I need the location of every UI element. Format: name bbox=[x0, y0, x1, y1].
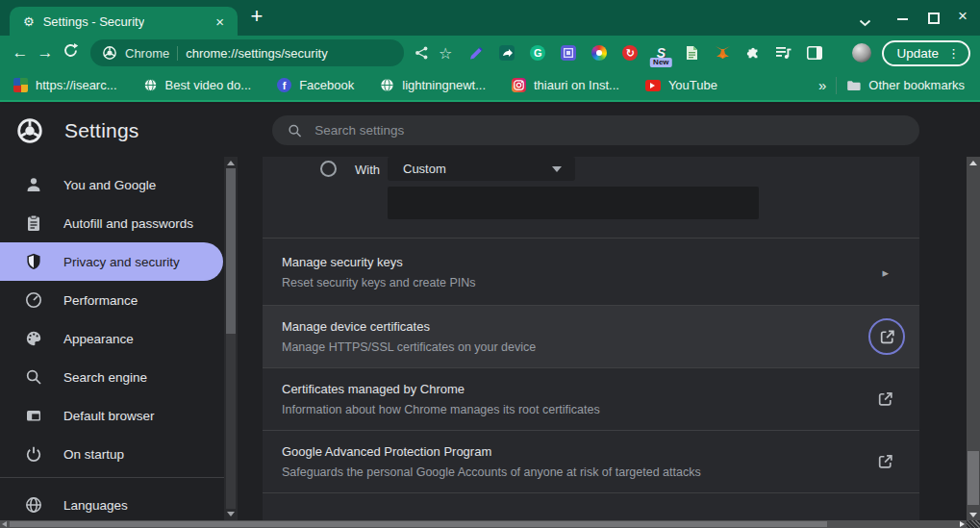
tab-title: Settings - Security bbox=[43, 14, 145, 29]
settings-content: With Custom Manage security keys Reset s… bbox=[238, 157, 967, 520]
scroll-left-arrow-icon[interactable] bbox=[2, 521, 7, 527]
custom-value-input[interactable] bbox=[388, 187, 759, 219]
scroll-down-arrow-icon[interactable] bbox=[969, 513, 977, 517]
bookmark-item[interactable]: f Facebook bbox=[277, 78, 354, 92]
power-icon bbox=[24, 444, 43, 464]
bookmark-star-icon[interactable]: ☆ bbox=[439, 44, 452, 63]
document-extension-icon[interactable] bbox=[683, 44, 700, 62]
sidebar-item-performance[interactable]: Performance bbox=[0, 281, 224, 319]
page-title: Settings bbox=[64, 119, 138, 142]
sidebar-scrollbar[interactable] bbox=[224, 157, 238, 520]
sidebar-item-search-engine[interactable]: Search engine bbox=[0, 358, 224, 396]
pen-tool-extension-icon[interactable] bbox=[467, 44, 485, 62]
photo-frame-extension-icon[interactable] bbox=[560, 44, 577, 62]
horizontal-scrollbar-thumb[interactable] bbox=[10, 521, 827, 527]
new-badge: New bbox=[650, 58, 671, 67]
video-save-extension-icon[interactable] bbox=[498, 44, 515, 62]
palette-icon bbox=[24, 329, 43, 348]
external-link-icon[interactable] bbox=[876, 390, 894, 409]
bookmarks-overflow-chevron[interactable]: » bbox=[818, 77, 826, 93]
url-divider bbox=[177, 46, 178, 61]
settings-header: Settings bbox=[0, 104, 980, 157]
side-panel-icon[interactable] bbox=[806, 44, 823, 62]
scroll-up-arrow-icon[interactable] bbox=[227, 161, 235, 165]
back-button[interactable]: ← bbox=[8, 43, 33, 63]
custom-dropdown[interactable]: Custom bbox=[388, 157, 575, 181]
chrome-logo-icon bbox=[102, 45, 117, 61]
magnifier-icon bbox=[24, 367, 43, 387]
external-link-icon[interactable] bbox=[878, 328, 896, 346]
chevron-right-icon: ▸ bbox=[882, 264, 889, 279]
reload-button[interactable] bbox=[58, 42, 83, 63]
s-logo-extension-icon[interactable]: S New bbox=[652, 44, 669, 62]
folder-icon bbox=[846, 78, 861, 92]
sidebar-item-languages[interactable]: Languages bbox=[0, 486, 224, 520]
sidebar-item-appearance[interactable]: Appearance bbox=[0, 319, 224, 358]
safe-browsing-custom-section: With Custom bbox=[263, 157, 919, 239]
sidebar-scrollbar-thumb[interactable] bbox=[226, 168, 236, 334]
tab-search-chevron-icon[interactable] bbox=[859, 13, 871, 31]
settings-body: You and Google Autofill and passwords Pr… bbox=[0, 157, 980, 528]
browser-menu-kebab-icon[interactable]: ⋮ bbox=[947, 46, 960, 61]
dropdown-arrow-icon bbox=[552, 166, 562, 172]
forward-button[interactable]: → bbox=[33, 43, 58, 63]
page-vertical-scrollbar[interactable] bbox=[967, 157, 980, 520]
with-label: With bbox=[355, 163, 380, 177]
update-button[interactable]: Update ⋮ bbox=[882, 40, 970, 66]
maximize-button[interactable] bbox=[928, 13, 940, 24]
bookmark-item[interactable]: YouTube bbox=[645, 78, 717, 92]
red-sync-extension-icon[interactable]: ↻ bbox=[621, 44, 639, 62]
new-tab-button[interactable]: + bbox=[244, 4, 269, 29]
google-advanced-protection-row[interactable]: Google Advanced Protection Program Safeg… bbox=[263, 431, 919, 493]
bookmark-item[interactable]: Best video do... bbox=[143, 78, 252, 92]
address-bar[interactable]: Chrome chrome://settings/security bbox=[90, 39, 404, 66]
manage-device-certificates-row[interactable]: Manage device certificates Manage HTTPS/… bbox=[263, 306, 919, 368]
scroll-up-arrow-icon[interactable] bbox=[969, 161, 977, 165]
sidebar-item-privacy-security[interactable]: Privacy and security bbox=[0, 242, 223, 281]
bookmark-item[interactable]: lightningnewt... bbox=[380, 78, 486, 92]
tab-close-icon[interactable]: × bbox=[212, 13, 228, 30]
bookmark-item[interactable]: https://isearc... bbox=[13, 78, 117, 92]
site-label: Chrome bbox=[125, 46, 169, 61]
bookmarks-divider bbox=[836, 77, 837, 94]
settings-sidebar: You and Google Autofill and passwords Pr… bbox=[0, 157, 224, 520]
mosaic-favicon bbox=[13, 78, 28, 92]
sidebar-item-autofill[interactable]: Autofill and passwords bbox=[0, 204, 224, 242]
clipboard-icon bbox=[24, 214, 43, 233]
share-icon[interactable] bbox=[414, 45, 429, 61]
extensions-puzzle-icon[interactable] bbox=[744, 44, 762, 62]
instagram-favicon bbox=[512, 78, 526, 92]
external-link-icon[interactable] bbox=[876, 453, 894, 471]
chrome-settings-logo-icon bbox=[16, 117, 43, 144]
bookmark-item[interactable]: thiauri on Inst... bbox=[512, 78, 619, 92]
scroll-right-arrow-icon[interactable] bbox=[960, 521, 965, 527]
color-wheel-extension-icon[interactable] bbox=[591, 44, 608, 62]
minimize-button[interactable] bbox=[897, 18, 908, 20]
other-bookmarks-button[interactable]: Other bookmarks bbox=[846, 78, 965, 92]
certificates-managed-by-chrome-row[interactable]: Certificates managed by Chrome Informati… bbox=[263, 368, 919, 431]
profile-avatar[interactable] bbox=[852, 43, 871, 63]
settings-gear-icon: ⚙ bbox=[23, 14, 35, 29]
bookmarks-bar: https://isearc... Best video do... f Fac… bbox=[0, 70, 980, 102]
manage-security-keys-row[interactable]: Manage security keys Reset security keys… bbox=[263, 239, 919, 306]
media-playlist-icon[interactable] bbox=[775, 44, 792, 62]
shield-icon bbox=[24, 252, 43, 271]
sidebar-divider bbox=[0, 477, 224, 478]
scroll-down-arrow-icon[interactable] bbox=[227, 512, 235, 516]
metamask-fox-extension-icon[interactable] bbox=[714, 44, 731, 62]
grammarly-extension-icon[interactable]: G bbox=[529, 44, 546, 62]
url-text: chrome://settings/security bbox=[186, 46, 327, 61]
browser-window-icon bbox=[24, 406, 43, 425]
tab-settings-security[interactable]: ⚙ Settings - Security × bbox=[10, 7, 238, 36]
settings-search-input[interactable] bbox=[314, 123, 904, 138]
settings-search[interactable] bbox=[272, 115, 919, 145]
resize-grip[interactable] bbox=[967, 520, 980, 528]
sidebar-item-default-browser[interactable]: Default browser bbox=[0, 396, 224, 435]
page-horizontal-scrollbar[interactable] bbox=[0, 520, 967, 528]
sidebar-item-you-and-google[interactable]: You and Google bbox=[0, 165, 224, 204]
search-icon bbox=[288, 123, 302, 138]
vertical-scrollbar-thumb[interactable] bbox=[967, 451, 979, 505]
radio-button[interactable] bbox=[320, 161, 337, 177]
sidebar-item-on-startup[interactable]: On startup bbox=[0, 435, 224, 473]
window-close-button[interactable]: × bbox=[958, 7, 967, 26]
